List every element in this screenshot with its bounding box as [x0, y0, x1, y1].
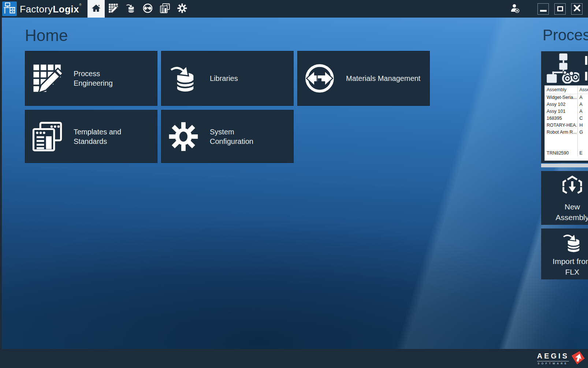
swap-arrows-circle-icon	[303, 63, 336, 94]
revision-cell: G	[577, 129, 588, 135]
titlebar: FactoryLogix®	[0, 0, 588, 18]
grid-pencil-icon	[108, 3, 118, 15]
assembly-cell: 168395	[545, 115, 577, 122]
aegis-brand-sub: SOFTWARE	[537, 362, 569, 365]
nav-home-button[interactable]	[88, 0, 105, 18]
nav-system-configuration-button[interactable]	[174, 0, 191, 18]
aegis-logo: AEGIS SOFTWARE	[537, 351, 585, 365]
assembly-column-header[interactable]: Assembly	[545, 86, 577, 94]
desk-icon	[3, 2, 16, 16]
aegis-logo-text: AEGIS SOFTWARE	[537, 352, 569, 365]
app-logo	[2, 1, 17, 16]
user-logout-button[interactable]	[508, 2, 521, 15]
tile-templates-and-standards[interactable]: Templates and Standards	[25, 110, 157, 163]
tile-label: System Configuration	[210, 127, 272, 146]
user-x-icon	[510, 3, 520, 15]
table-row[interactable]: ROTARY-HEA...H	[545, 122, 588, 129]
main-nav	[88, 0, 191, 18]
table-row[interactable]: 168395C	[545, 115, 588, 122]
nav-templates-button[interactable]	[156, 0, 174, 18]
tile-label: Templates and Standards	[74, 127, 136, 146]
titlebar-right	[508, 0, 588, 18]
aegis-arrow-icon	[571, 351, 585, 365]
grid-pencil-icon	[30, 63, 64, 94]
content-left-edge	[0, 18, 2, 349]
assembly-table: Assembly Asse Widget-Seria...AAssy 102AA…	[544, 85, 588, 161]
gear-icon	[177, 3, 187, 15]
swap-arrows-circle-icon	[143, 3, 153, 15]
tile-system-configuration[interactable]: System Configuration	[161, 110, 294, 163]
assembly-table-body: Widget-Seria...AAssy 102AAssy 101A168395…	[545, 94, 588, 156]
revision-column-header[interactable]: Asse	[577, 86, 588, 94]
tile-libraries[interactable]: Libraries	[161, 51, 294, 106]
database-import-icon	[126, 3, 135, 15]
home-icon	[91, 3, 101, 15]
trademark: ®	[79, 3, 82, 7]
nav-materials-management-button[interactable]	[139, 0, 156, 18]
clipped-label-fragment	[585, 56, 587, 65]
footer-bar: AEGIS SOFTWARE	[0, 349, 588, 368]
import-from-flx-button[interactable]: Import from FLX	[541, 228, 588, 279]
assembly-cell: Widget-Seria...	[545, 94, 577, 101]
windows-stack-icon	[160, 3, 170, 15]
assembly-cell: Robot Arm R...	[545, 129, 577, 135]
action-label: Import from FLX	[552, 256, 588, 277]
close-button[interactable]	[571, 3, 583, 15]
table-row[interactable]: Robot Arm R...G	[545, 129, 588, 135]
find-assembly-header	[541, 51, 588, 85]
revision-cell: C	[577, 115, 588, 122]
assembly-cell: ROTARY-HEA...	[545, 122, 577, 129]
page-title: Home	[25, 26, 68, 45]
tile-materials-management[interactable]: Materials Management	[297, 51, 430, 106]
tile-label: Libraries	[210, 74, 272, 83]
revision-cell: E	[577, 149, 588, 156]
windows-stack-icon	[30, 121, 64, 152]
assembly-cell	[545, 135, 577, 142]
process-panel: Assembly Asse Widget-Seria...AAssy 102AA…	[541, 51, 588, 279]
cube-brackets-icon	[562, 175, 583, 197]
brand-regular: Factory	[20, 4, 53, 15]
table-row[interactable]: Assy 102A	[545, 101, 588, 108]
table-horizontal-scrollbar[interactable]	[541, 164, 588, 167]
nav-libraries-button[interactable]	[122, 0, 139, 18]
main-content: Home Process Engineering Libraries Mater…	[0, 18, 588, 349]
assembly-cell: Assy 101	[545, 108, 577, 115]
revision-cell: H	[577, 122, 588, 129]
brand-bold: Logix	[53, 4, 79, 15]
table-row[interactable]: Widget-Seria...A	[545, 94, 588, 101]
revision-cell	[577, 135, 588, 142]
table-row[interactable]	[545, 142, 588, 149]
assembly-table-header-row: Assembly Asse	[545, 86, 588, 94]
aegis-brand: AEGIS	[537, 352, 569, 361]
nav-process-engineering-button[interactable]	[105, 0, 122, 18]
process-panel-title: Process	[543, 26, 588, 44]
revision-cell: A	[577, 101, 588, 108]
assembly-cell: TRN82590	[545, 149, 577, 156]
new-assembly-button[interactable]: New Assembly	[541, 171, 588, 225]
app-window: FactoryLogix® Home Process Engineering	[0, 0, 588, 368]
revision-cell: A	[577, 108, 588, 115]
revision-cell: A	[577, 94, 588, 101]
find-assembly-tile[interactable]: Assembly Asse Widget-Seria...AAssy 102AA…	[541, 51, 588, 163]
maximize-icon	[557, 6, 563, 11]
database-import-icon	[562, 232, 583, 255]
table-row[interactable]: Assy 101A	[545, 108, 588, 115]
minimize-icon	[540, 10, 547, 12]
action-label: New Assembly	[552, 202, 588, 223]
table-row[interactable]	[545, 135, 588, 142]
assembly-cell	[545, 142, 577, 149]
maximize-button[interactable]	[554, 3, 566, 15]
tile-label: Process Engineering	[74, 69, 136, 88]
assembly-cell: Assy 102	[545, 101, 577, 108]
close-icon	[573, 4, 581, 13]
revision-cell	[577, 142, 588, 149]
tile-process-engineering[interactable]: Process Engineering	[25, 51, 157, 106]
tile-label: Materials Management	[346, 74, 429, 83]
database-import-icon	[167, 63, 200, 94]
minimize-button[interactable]	[537, 3, 549, 15]
table-row[interactable]: TRN82590E	[545, 149, 588, 156]
app-title: FactoryLogix®	[20, 3, 82, 15]
gear-icon	[167, 121, 200, 152]
clipped-label-fragment	[585, 72, 587, 81]
